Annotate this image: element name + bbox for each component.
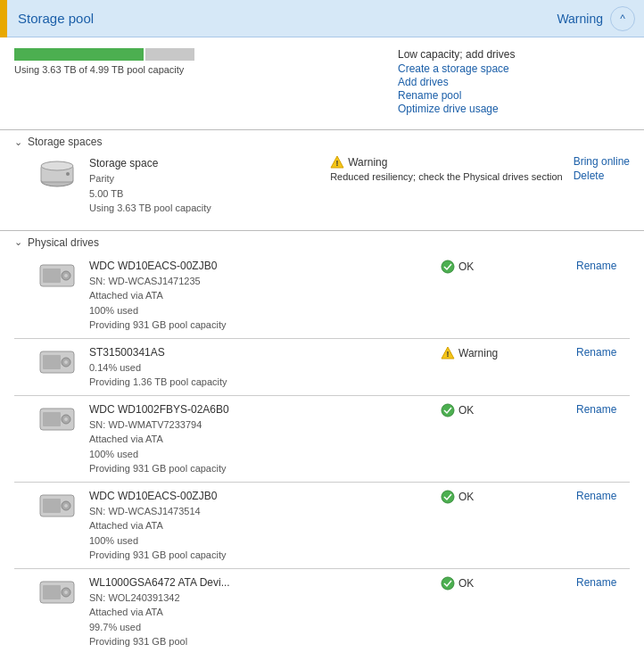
drive-icon-3 — [36, 401, 78, 437]
warning-status: ! Warning — [330, 155, 562, 169]
storage-space-size: 5.00 TB — [89, 186, 319, 202]
collapse-button[interactable]: ^ — [610, 6, 635, 31]
physical-drive-info-5: WL1000GSA6472 ATA Devi... SN: WOL2403913… — [89, 574, 430, 649]
header-title: Storage pool — [7, 11, 557, 26]
drive-conn-1: Attached via ATA — [89, 288, 430, 303]
storage-space-icon — [36, 155, 78, 191]
svg-rect-7 — [43, 268, 61, 283]
drive-conn-5: Attached via ATA — [89, 605, 430, 620]
warning-icon: ! — [330, 155, 344, 169]
physical-drives-title: Physical drives — [28, 236, 99, 249]
drive-name-4: WDC WD10EACS-00ZJB0 — [89, 488, 430, 504]
drive-used-3: 100% used — [89, 447, 430, 462]
capacity-section: Using 3.63 TB of 4.99 TB pool capacity L… — [0, 37, 644, 122]
svg-point-30 — [64, 591, 68, 594]
bring-online-link[interactable]: Bring online — [574, 155, 630, 168]
storage-space-name: Storage space — [89, 155, 319, 171]
ok-icon-1 — [441, 260, 455, 274]
svg-point-2 — [41, 161, 73, 170]
svg-point-3 — [66, 172, 70, 176]
optimize-drive-usage-link[interactable]: Optimize drive usage — [398, 103, 509, 115]
drive-used-1: 100% used — [89, 303, 430, 318]
drive-sn-3: SN: WD-WMATV7233794 — [89, 417, 430, 433]
capacity-left: Using 3.63 TB of 4.99 TB pool capacity — [14, 48, 380, 75]
header-accent — [0, 0, 7, 37]
capacity-bar — [14, 48, 380, 61]
rename-drive-4-link[interactable]: Rename — [576, 490, 616, 502]
physical-drive-row: ST31500341AS 0.14% used Providing 1.36 T… — [0, 339, 644, 395]
warning-icon-2: ! — [441, 346, 455, 360]
capacity-alert: Low capacity; add drives — [398, 48, 515, 61]
rename-drive-2-link[interactable]: Rename — [576, 346, 616, 359]
rename-drive-1-link[interactable]: Rename — [576, 260, 616, 272]
physical-drive-row: WDC WD10EACS-00ZJB0 SN: WD-WCASJ1473514 … — [0, 483, 644, 568]
drive-sn-4: SN: WD-WCASJ1473514 — [89, 504, 430, 519]
drive-providing-2: Providing 1.36 TB pool capacity — [89, 375, 430, 390]
drive-used-4: 100% used — [89, 533, 430, 549]
svg-rect-12 — [43, 355, 61, 369]
svg-point-21 — [442, 404, 454, 417]
capacity-free-bar — [145, 48, 194, 61]
svg-point-9 — [64, 274, 68, 277]
ok-status-4: OK — [441, 490, 566, 504]
drive-status-4: OK — [441, 488, 566, 504]
drive-actions-2: Rename — [576, 344, 630, 359]
header-status: Warning — [557, 12, 610, 26]
drive-icon-4 — [36, 488, 78, 524]
rename-drive-5-link[interactable]: Rename — [576, 576, 616, 589]
physical-drive-info-2: ST31500341AS 0.14% used Providing 1.36 T… — [89, 344, 430, 390]
drive-conn-3: Attached via ATA — [89, 432, 430, 447]
physical-drive-row: WDC WD1002FBYS-02A6B0 SN: WD-WMATV723379… — [0, 396, 644, 482]
svg-point-31 — [442, 577, 454, 590]
capacity-right: Low capacity; add drives Create a storag… — [398, 48, 630, 115]
drive-used-5: 99.7% used — [89, 620, 430, 635]
svg-text:!: ! — [336, 159, 339, 168]
storage-pool-header: Storage pool Warning ^ — [0, 0, 644, 37]
capacity-used-bar — [14, 48, 144, 61]
svg-point-25 — [64, 504, 68, 508]
add-drives-link[interactable]: Add drives — [398, 76, 509, 88]
ok-status-1: OK — [441, 260, 566, 274]
capacity-links: Create a storage space Add drives Rename… — [398, 62, 509, 115]
drive-sn-5: SN: WOL240391342 — [89, 591, 430, 606]
drive-actions-4: Rename — [576, 488, 630, 502]
ok-icon-5 — [441, 576, 455, 591]
capacity-label: Using 3.63 TB of 4.99 TB pool capacity — [14, 64, 380, 75]
svg-rect-18 — [43, 412, 61, 426]
storage-spaces-section-header[interactable]: ⌄ Storage spaces — [0, 129, 644, 152]
drive-icon-2 — [36, 344, 78, 380]
drive-providing-4: Providing 931 GB pool capacity — [89, 548, 430, 563]
physical-drives-section-header[interactable]: ⌄ Physical drives — [0, 230, 644, 252]
physical-drive-info-4: WDC WD10EACS-00ZJB0 SN: WD-WCASJ1473514 … — [89, 488, 430, 563]
svg-rect-28 — [43, 585, 61, 599]
ok-icon-4 — [441, 490, 455, 504]
storage-spaces-title: Storage spaces — [28, 136, 102, 148]
rename-pool-link[interactable]: Rename pool — [398, 89, 509, 102]
drive-actions-1: Rename — [576, 258, 630, 272]
drive-providing-5: Providing 931 GB pool — [89, 634, 430, 649]
drive-actions-5: Rename — [576, 574, 630, 589]
create-storage-space-link[interactable]: Create a storage space — [398, 62, 509, 75]
drive-providing-1: Providing 931 GB pool capacity — [89, 318, 430, 333]
storage-space-status: ! Warning Reduced resiliency; check the … — [330, 155, 562, 184]
svg-point-26 — [442, 491, 454, 503]
physical-drives-chevron-icon: ⌄ — [14, 236, 22, 248]
drive-status-1: OK — [441, 258, 566, 274]
delete-link[interactable]: Delete — [574, 169, 630, 182]
drive-icon-5 — [36, 574, 78, 610]
rename-drive-3-link[interactable]: Rename — [576, 403, 616, 416]
storage-space-actions: Bring online Delete — [574, 155, 630, 182]
storage-space-row: Storage space Parity 5.00 TB Using 3.63 … — [0, 152, 644, 223]
svg-text:!: ! — [447, 350, 450, 359]
physical-drive-row: WL1000GSA6472 ATA Devi... SN: WOL2403913… — [0, 569, 644, 655]
drive-icon-1 — [36, 258, 78, 293]
ok-status-3: OK — [441, 403, 566, 417]
physical-drive-info-1: WDC WD10EACS-00ZJB0 SN: WD-WCASJ1471235 … — [89, 258, 430, 333]
svg-point-14 — [64, 360, 68, 364]
drive-name-3: WDC WD1002FBYS-02A6B0 — [89, 401, 430, 417]
drive-status-3: OK — [441, 401, 566, 417]
svg-point-20 — [64, 417, 68, 421]
drive-sn-1: SN: WD-WCASJ1471235 — [89, 274, 430, 289]
storage-space-info: Storage space Parity 5.00 TB Using 3.63 … — [89, 155, 319, 216]
drive-status-2: ! Warning — [441, 344, 566, 360]
